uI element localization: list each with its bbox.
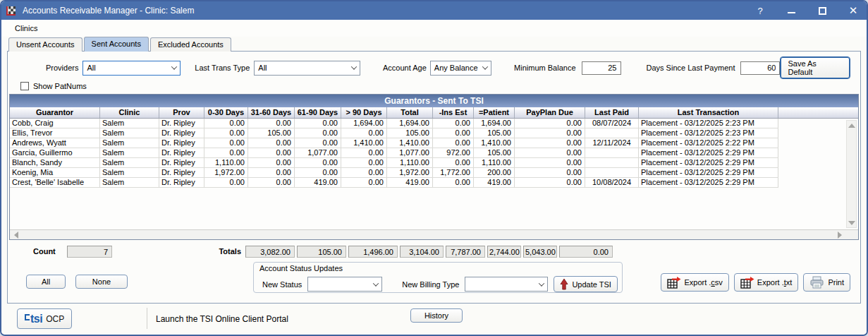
table-cell: 0.00 xyxy=(515,178,585,187)
table-cell: 0.00 xyxy=(515,168,585,177)
column-header[interactable]: 0-30 Days xyxy=(204,107,248,118)
chevron-down-icon xyxy=(373,280,379,286)
column-header[interactable]: 31-60 Days xyxy=(248,107,295,118)
table-cell: 0.00 xyxy=(515,128,585,138)
table-row[interactable]: Cobb, CraigSalemDr. Ripley0.000.000.001,… xyxy=(10,119,778,128)
scroll-up-icon[interactable] xyxy=(847,121,856,130)
column-header[interactable]: Guarantor xyxy=(10,107,100,118)
minimum-balance-input[interactable] xyxy=(582,61,621,75)
chevron-down-icon xyxy=(351,64,357,69)
column-header[interactable]: Last Paid xyxy=(585,107,639,118)
close-button[interactable]: ✕ xyxy=(847,4,860,17)
table-row[interactable]: Garcia, GuillermoSalemDr. Ripley0.000.00… xyxy=(10,148,778,158)
export-csv-button[interactable]: Export .csv xyxy=(661,273,728,292)
column-header[interactable]: Prov xyxy=(159,107,204,118)
table-row[interactable]: Koenig, MiaSalemDr. Ripley1,972.000.000.… xyxy=(10,168,778,178)
tab-excluded-accounts[interactable]: Excluded Accounts xyxy=(150,37,231,52)
table-cell: 105.00 xyxy=(474,128,515,138)
table-cell: 0.00 xyxy=(515,158,585,167)
column-header[interactable]: 61-90 Days xyxy=(295,107,341,118)
table-row[interactable]: Blanch, SandySalemDr. Ripley1,110.000.00… xyxy=(10,158,778,168)
show-patnums-row: Show PatNums xyxy=(20,80,860,92)
table-cell: Dr. Ripley xyxy=(159,138,204,148)
providers-select[interactable]: All xyxy=(82,61,181,76)
menu-clinics[interactable]: Clinics xyxy=(8,22,44,35)
totals-values: 3,082.00105.001,496.003,104.007,787.002,… xyxy=(245,246,613,258)
print-button[interactable]: Print xyxy=(803,273,850,292)
show-patnums-checkbox[interactable] xyxy=(20,82,29,90)
column-header[interactable]: -Ins Est xyxy=(433,107,474,118)
tsi-logo-icon: tsi xyxy=(25,313,42,325)
show-patnums-label: Show PatNums xyxy=(33,82,87,90)
column-header[interactable]: Clinic xyxy=(100,107,159,118)
table-cell: 1,772.00 xyxy=(433,168,474,177)
new-billing-type-select[interactable] xyxy=(465,277,548,292)
table-cell: Dr. Ripley xyxy=(159,119,204,128)
export-table-icon xyxy=(740,277,754,289)
save-as-default-button[interactable]: Save As Default xyxy=(780,56,850,79)
table-cell: 0.00 xyxy=(295,138,341,148)
column-header[interactable]: PayPlan Due xyxy=(515,107,585,118)
select-all-button[interactable]: All xyxy=(26,275,66,289)
count-value: 7 xyxy=(67,246,112,258)
table-cell: 0.00 xyxy=(295,128,341,138)
table-cell xyxy=(585,148,639,157)
history-button[interactable]: History xyxy=(410,308,463,323)
table-row[interactable]: Crest, 'Belle' IsabelleSalemDr. Ripley0.… xyxy=(10,178,778,188)
export-txt-button[interactable]: Export .txt xyxy=(734,273,799,292)
column-header[interactable]: > 90 Days xyxy=(341,107,387,118)
table-cell: 0.00 xyxy=(515,138,585,148)
totals-box: 0.00 xyxy=(559,246,613,258)
update-tsi-button[interactable]: Update TSI xyxy=(554,276,617,292)
table-cell: Salem xyxy=(100,168,159,177)
maximize-button[interactable] xyxy=(816,4,829,17)
minimize-button[interactable] xyxy=(785,4,797,17)
chevron-down-icon xyxy=(539,280,544,286)
table-cell: 0.00 xyxy=(515,119,585,128)
days-since-last-payment-input[interactable] xyxy=(740,61,780,75)
account-age-label: Account Age xyxy=(383,64,427,72)
table-cell: 0.00 xyxy=(204,119,248,128)
column-header[interactable]: Total xyxy=(387,107,433,118)
new-status-label: New Status xyxy=(262,280,302,289)
chevron-down-icon xyxy=(482,64,488,69)
table-row[interactable]: Ellis, TrevorSalemDr. Ripley0.00105.000.… xyxy=(10,128,778,138)
table-cell: 1,694.00 xyxy=(474,119,515,128)
column-header[interactable]: Last Transaction xyxy=(639,107,778,118)
help-button[interactable]: ? xyxy=(754,4,766,17)
vertical-scrollbar[interactable] xyxy=(846,120,857,228)
column-header[interactable]: =Patient xyxy=(474,107,515,118)
account-age-select[interactable]: Any Balance xyxy=(430,61,491,76)
totals-box: 3,082.00 xyxy=(245,246,295,258)
title-bar: Accounts Receivable Manager - Clinic: Sa… xyxy=(1,1,867,20)
app-window: Accounts Receivable Manager - Clinic: Sa… xyxy=(0,0,868,336)
scroll-left-icon[interactable] xyxy=(11,230,20,239)
last-trans-type-select[interactable]: All xyxy=(254,61,360,76)
totals-label: Totals xyxy=(203,247,241,256)
table-row[interactable]: Andrews, WyattSalemDr. Ripley0.000.000.0… xyxy=(10,138,778,148)
table-title: Guarantors - Sent To TSI xyxy=(10,95,858,107)
scroll-right-icon[interactable] xyxy=(835,230,844,239)
tab-unsent-accounts[interactable]: Unsent Accounts xyxy=(8,37,82,52)
chevron-down-icon xyxy=(171,64,177,69)
table-cell: 0.00 xyxy=(204,128,248,138)
table-cell: 0.00 xyxy=(248,178,295,187)
account-status-updates-label: Account Status Updates xyxy=(259,264,343,272)
new-status-select[interactable] xyxy=(307,277,382,292)
tab-sent-accounts[interactable]: Sent Accounts xyxy=(84,37,149,52)
table-cell: 419.00 xyxy=(474,178,515,187)
table-cell: Placement - 03/12/2025 2:29 PM xyxy=(639,178,778,187)
table-cell: 0.00 xyxy=(248,148,295,157)
account-status-updates-group: Account Status Updates New Status New Bi… xyxy=(253,262,623,293)
table-cell: Placement - 03/12/2025 2:29 PM xyxy=(639,158,778,167)
horizontal-scrollbar[interactable] xyxy=(10,229,858,239)
table-cell: Salem xyxy=(100,128,159,138)
count-label: Count xyxy=(33,247,56,256)
table-cell: 1,410.00 xyxy=(474,138,515,148)
select-none-button[interactable]: None xyxy=(75,275,128,289)
tsi-ocp-button[interactable]: tsi OCP xyxy=(17,308,72,329)
scroll-down-icon[interactable] xyxy=(847,218,856,227)
table-cell: 0.00 xyxy=(204,148,248,157)
summary-bar: Count 7 Totals 3,082.00105.001,496.003,1… xyxy=(8,244,860,262)
table-cell: Dr. Ripley xyxy=(159,168,204,177)
